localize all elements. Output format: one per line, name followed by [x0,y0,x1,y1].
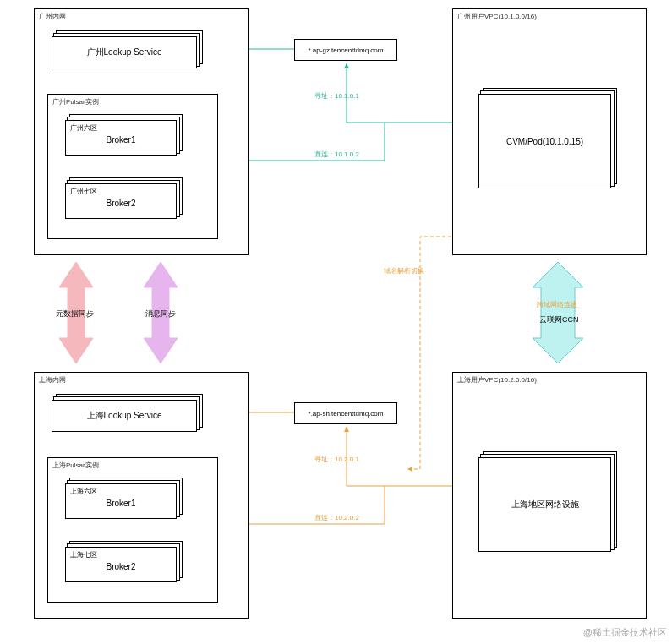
watermark: @稀土掘金技术社区 [583,626,667,639]
sh-vpc-container: 上海用户VPC(10.2.0.0/16) 上海地区网络设施 [452,372,647,619]
sh-direct-addr-label: 直连：10.2.0.2 [314,513,359,522]
sh-pulsar-label: 上海Pulsar实例 [52,461,99,470]
gz-domain-box: *.ap-gz.tencenttdmq.com [294,39,397,61]
sh-domain-text: *.ap-sh.tencenttdmq.com [309,410,384,418]
gz-broker2-text: Broker2 [106,199,135,208]
ccn-label: 云联网CCN [539,314,579,325]
sh-domain-box: *.ap-sh.tencenttdmq.com [294,402,397,424]
gz-domain-text: *.ap-gz.tencenttdmq.com [309,46,384,54]
gz-intranet-label: 广州内网 [39,12,66,21]
sh-broker1-text: Broker1 [106,499,135,508]
gz-vpc-label: 广州用户VPC(10.1.0.0/16) [457,12,537,21]
sh-intranet-container: 上海内网 上海Lookup Service 上海Pulsar实例 上海六区 Br… [34,372,249,619]
meta-sync-label: 元数据同步 [56,308,94,319]
cross-region-label: 跨域网络连通 [537,300,577,309]
gz-lookup-addr-label: 寻址：10.1.0.1 [314,91,359,101]
gz-pulsar-container: 广州Pulsar实例 广州六区 Broker1 广州七区 Broker2 [47,94,218,239]
gz-zone2-label: 广州七区 [70,187,97,196]
gz-cvm: CVM/Pod(10.1.0.15) [478,94,611,188]
gz-lookup-service: 广州Lookup Service [52,36,197,68]
sh-facility-text: 上海地区网络设施 [511,499,579,510]
sh-broker2: 上海七区 Broker2 [65,547,177,582]
sh-lookup-service: 上海Lookup Service [52,400,197,432]
gz-pulsar-label: 广州Pulsar实例 [52,97,99,106]
gz-direct-addr-label: 直连：10.1.0.2 [314,150,359,159]
dns-switch-label: 域名解析切换 [384,266,424,276]
gz-zone1-label: 广州六区 [70,123,97,133]
sh-lookup-addr-label: 寻址：10.2.0.1 [314,455,359,464]
gz-intranet-container: 广州内网 广州Lookup Service 广州Pulsar实例 广州六区 Br… [34,8,249,255]
sh-intranet-label: 上海内网 [39,375,66,385]
sh-lookup-text: 上海Lookup Service [87,410,162,422]
gz-cvm-text: CVM/Pod(10.1.0.15) [506,137,583,146]
sh-pulsar-container: 上海Pulsar实例 上海六区 Broker1 上海七区 Broker2 [47,457,218,603]
msg-sync-label: 消息同步 [145,308,176,319]
gz-broker1-text: Broker1 [106,135,135,145]
gz-vpc-container: 广州用户VPC(10.1.0.0/16) CVM/Pod(10.1.0.15) [452,8,647,255]
gz-lookup-text: 广州Lookup Service [87,46,162,58]
svg-marker-16 [533,262,583,363]
gz-broker1: 广州六区 Broker1 [65,120,177,156]
sh-facility: 上海地区网络设施 [478,457,611,552]
sh-vpc-label: 上海用户VPC(10.2.0.0/16) [457,375,537,385]
sh-zone2-label: 上海七区 [70,550,97,559]
sh-broker1: 上海六区 Broker1 [65,483,177,519]
sh-zone1-label: 上海六区 [70,487,97,496]
gz-broker2: 广州七区 Broker2 [65,183,177,219]
sh-broker2-text: Broker2 [106,562,135,571]
